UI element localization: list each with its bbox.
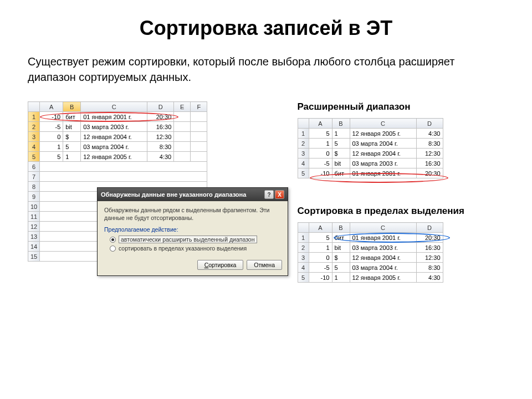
radio-within-selection[interactable]: сортировать в пределах указанного выделе… bbox=[110, 245, 281, 252]
col-header-c[interactable]: C bbox=[81, 102, 147, 112]
cell[interactable]: 5 bbox=[309, 233, 332, 243]
cell[interactable]: 16:30 bbox=[416, 158, 443, 168]
cell[interactable]: 0 bbox=[40, 132, 63, 142]
cell[interactable]: 1 bbox=[63, 152, 81, 162]
cell[interactable]: 1 bbox=[309, 139, 332, 149]
cell[interactable]: 8:30 bbox=[416, 139, 443, 149]
col-header-a[interactable]: A bbox=[40, 102, 63, 112]
row-header[interactable]: 3 bbox=[298, 149, 309, 158]
cell[interactable]: 5 bbox=[63, 142, 81, 152]
cell[interactable]: 1 bbox=[40, 142, 63, 152]
col-header-b[interactable]: B bbox=[332, 119, 350, 129]
cell[interactable] bbox=[174, 122, 191, 132]
cell[interactable]: 16:30 bbox=[416, 243, 443, 253]
col-header-d[interactable]: D bbox=[416, 119, 443, 129]
cell[interactable] bbox=[174, 152, 191, 162]
cell[interactable]: 03 марта 2003 г. bbox=[350, 158, 416, 168]
cell[interactable]: 20:30 bbox=[147, 112, 174, 122]
row-header[interactable]: 1 bbox=[28, 112, 40, 122]
row-header[interactable]: 1 bbox=[298, 233, 309, 243]
row-header[interactable]: 2 bbox=[298, 243, 309, 253]
row-header[interactable]: 5 bbox=[298, 273, 309, 283]
row-header[interactable]: 15 bbox=[28, 252, 40, 262]
cell[interactable] bbox=[191, 152, 207, 162]
cell[interactable]: 4:30 bbox=[416, 273, 443, 283]
col-header-a[interactable]: A bbox=[309, 119, 332, 129]
row-header[interactable]: 5 bbox=[28, 152, 40, 162]
cell[interactable]: 20:30 bbox=[416, 233, 443, 243]
cell[interactable] bbox=[40, 162, 207, 172]
cell[interactable]: 01 января 2001 г. bbox=[81, 112, 147, 122]
row-header[interactable]: 3 bbox=[28, 132, 40, 142]
help-button[interactable]: ? bbox=[264, 190, 274, 199]
col-header-d[interactable]: D bbox=[147, 102, 174, 112]
cell[interactable]: 5 bbox=[332, 263, 350, 273]
cell[interactable]: bit bbox=[63, 122, 81, 132]
col-header-b[interactable]: B bbox=[63, 102, 81, 112]
cell[interactable]: bit bbox=[332, 243, 350, 253]
col-header-a[interactable]: A bbox=[309, 223, 332, 233]
select-all-corner[interactable] bbox=[298, 223, 309, 233]
cell[interactable]: $ bbox=[63, 132, 81, 142]
cell[interactable]: 03 марта 2004 г. bbox=[350, 263, 416, 273]
cell[interactable]: 12 января 2005 г. bbox=[350, 129, 416, 139]
cell[interactable]: 12 января 2005 г. bbox=[350, 273, 416, 283]
row-header[interactable]: 4 bbox=[298, 158, 309, 168]
select-all-corner[interactable] bbox=[28, 102, 40, 112]
cell[interactable]: 0 bbox=[309, 253, 332, 263]
row-header[interactable]: 10 bbox=[28, 202, 40, 212]
cell[interactable]: $ bbox=[332, 253, 350, 263]
cell[interactable]: 12:30 bbox=[416, 149, 443, 158]
cell[interactable]: 01 января 2001 г. bbox=[350, 168, 416, 178]
cell[interactable]: 1 bbox=[309, 243, 332, 253]
cell[interactable] bbox=[191, 122, 207, 132]
row-header[interactable]: 4 bbox=[28, 142, 40, 152]
cell[interactable]: 01 января 2001 г. bbox=[350, 233, 416, 243]
cell[interactable]: 20:30 bbox=[416, 168, 443, 178]
cell[interactable]: 03 марта 2004 г. bbox=[350, 139, 416, 149]
cell[interactable]: 4:30 bbox=[147, 152, 174, 162]
cell[interactable]: 12 января 2005 г. bbox=[81, 152, 147, 162]
cell[interactable]: 8:30 bbox=[147, 142, 174, 152]
sort-button[interactable]: Сортировка bbox=[197, 260, 244, 270]
cell[interactable]: 5 bbox=[332, 139, 350, 149]
cell[interactable]: 03 марта 2003 г. bbox=[81, 122, 147, 132]
cell[interactable]: 12:30 bbox=[416, 253, 443, 263]
excel-grid[interactable]: A B C D 15112 января 2005 г.4:30 21503 м… bbox=[298, 118, 443, 178]
select-all-corner[interactable] bbox=[298, 119, 309, 129]
row-header[interactable]: 3 bbox=[298, 253, 309, 263]
row-header[interactable]: 5 bbox=[298, 168, 309, 178]
close-button[interactable]: X bbox=[275, 190, 284, 199]
cell[interactable] bbox=[174, 142, 191, 152]
row-header[interactable]: 13 bbox=[28, 232, 40, 242]
cell[interactable]: 12 января 2004 г. bbox=[81, 132, 147, 142]
cell[interactable]: 16:30 bbox=[147, 122, 174, 132]
cell[interactable]: bit bbox=[332, 158, 350, 168]
cell[interactable] bbox=[174, 132, 191, 142]
cell[interactable]: -5 bbox=[309, 158, 332, 168]
radio-expand-range[interactable]: автоматически расширить выделенный диапа… bbox=[110, 236, 281, 243]
cell[interactable]: 4:30 bbox=[416, 129, 443, 139]
cell[interactable] bbox=[191, 112, 207, 122]
cell[interactable]: 12 января 2004 г. bbox=[350, 253, 416, 263]
excel-grid[interactable]: A B C D 15бит01 января 2001 г.20:30 21bi… bbox=[298, 222, 443, 283]
cell[interactable]: -10 bbox=[309, 168, 332, 178]
cell[interactable] bbox=[174, 112, 191, 122]
cell[interactable] bbox=[191, 132, 207, 142]
cell[interactable]: 8:30 bbox=[416, 263, 443, 273]
cell[interactable]: 5 bbox=[309, 129, 332, 139]
cell[interactable]: 0 bbox=[309, 149, 332, 158]
row-header[interactable]: 8 bbox=[28, 182, 40, 192]
cell[interactable]: -10 bbox=[40, 112, 63, 122]
cell[interactable]: бит bbox=[63, 112, 81, 122]
cell[interactable] bbox=[40, 172, 207, 182]
col-header-e[interactable]: E bbox=[174, 102, 191, 112]
col-header-c[interactable]: C bbox=[350, 223, 416, 233]
col-header-f[interactable]: F bbox=[191, 102, 207, 112]
row-header[interactable]: 2 bbox=[28, 122, 40, 132]
cell[interactable]: -5 bbox=[309, 263, 332, 273]
col-header-c[interactable]: C bbox=[350, 119, 416, 129]
row-header[interactable]: 7 bbox=[28, 172, 40, 182]
row-header[interactable]: 1 bbox=[298, 129, 309, 139]
col-header-d[interactable]: D bbox=[416, 223, 443, 233]
